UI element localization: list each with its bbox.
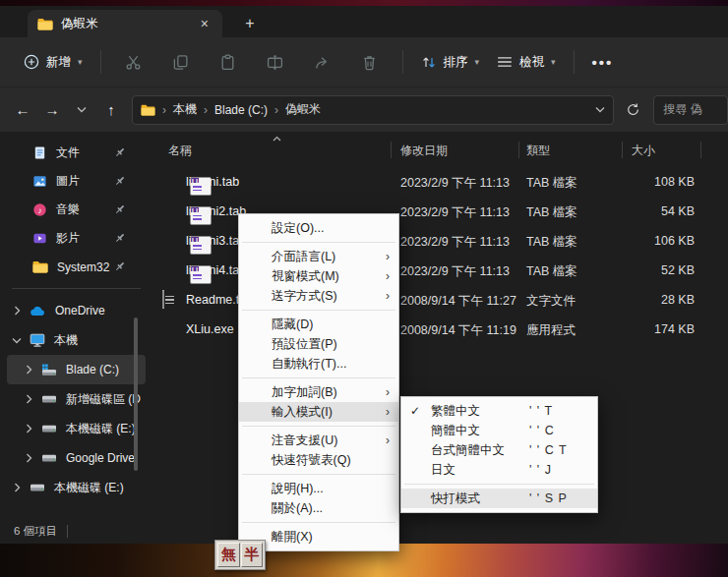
address-dropdown-icon[interactable] (595, 106, 605, 113)
menu-separator (242, 474, 395, 475)
file-type: TAB 檔案 (526, 175, 577, 192)
menu-item-hide[interactable]: 隱藏(D) (239, 315, 398, 334)
recent-locations-button[interactable] (71, 99, 92, 121)
ime-mode-button-none[interactable]: 無 (217, 543, 240, 567)
menu-item-zhuyin-support[interactable]: 注音支援(U) › (239, 431, 398, 450)
more-options-button[interactable]: ••• (592, 54, 614, 71)
column-header-name[interactable]: 名稱 (168, 143, 192, 159)
search-input[interactable]: 搜尋 偽 (653, 95, 728, 125)
sidebar-item-label: 本機磁碟 (E:) (66, 421, 136, 437)
file-row[interactable]: liu-uni.tab 2023/2/9 下午 11:13 TAB 檔案 108… (152, 168, 728, 198)
menu-item-label: 預設位置(P) (272, 336, 337, 353)
new-button[interactable]: 新增 ▾ (24, 54, 83, 71)
file-size: 52 KB (600, 263, 695, 277)
sidebar-scrollbar[interactable] (134, 317, 138, 471)
search-text: 搜尋 偽 (663, 101, 701, 118)
submenu-item-simplified-chinese[interactable]: 簡體中文 ' ' C (401, 421, 597, 440)
sidebar-item-label: 本機 (54, 332, 78, 349)
menu-item-quick-symbols[interactable]: 快速符號表(Q) (239, 450, 398, 470)
crumb-this-pc[interactable]: 本機 (173, 101, 197, 118)
sidebar-item-documents[interactable]: 文件 (0, 139, 152, 167)
new-tab-button[interactable]: + (238, 13, 262, 34)
view-button[interactable]: 檢視 ▾ (497, 54, 556, 71)
delete-button[interactable] (355, 54, 385, 71)
column-divider[interactable] (622, 142, 623, 158)
column-header-type[interactable]: 類型 (526, 143, 550, 159)
chevron-right-icon (24, 365, 33, 375)
submenu-item-quick-type-mode[interactable]: 快打模式 ' ' S P (401, 489, 597, 508)
menu-item-about[interactable]: 關於(A)... (239, 498, 398, 518)
sidebar-item-new-volume-d[interactable]: 新增磁碟區 (D (0, 384, 152, 414)
refresh-button[interactable] (620, 102, 645, 117)
column-divider[interactable] (391, 142, 392, 158)
sidebar-item-system32[interactable]: System32 (0, 253, 152, 281)
navigation-pane: 文件 圖片 ♪ (0, 133, 152, 518)
sidebar-item-videos[interactable]: 影片 (0, 224, 152, 253)
sidebar-item-onedrive[interactable]: OneDrive (0, 296, 152, 325)
explorer-tab[interactable]: 偽蝦米 × (28, 10, 222, 37)
menu-item-help[interactable]: 說明(H)... (239, 479, 398, 498)
menu-item-interface-language[interactable]: 介面語言(L) › (239, 247, 398, 266)
crumb-separator: › (204, 103, 208, 117)
cut-button[interactable] (119, 54, 149, 71)
back-button[interactable]: ← (12, 99, 33, 121)
menu-item-label: 說明(H)... (272, 481, 324, 497)
file-type: 應用程式 (526, 322, 576, 339)
check-icon: ✓ (410, 404, 431, 418)
up-button[interactable]: ↑ (100, 99, 122, 121)
chevron-right-icon (12, 483, 22, 492)
copy-button[interactable] (166, 54, 196, 71)
sidebar-item-local-disk-e-2[interactable]: 本機磁碟 (E:) (0, 473, 152, 502)
menu-item-send-char-mode[interactable]: 送字方式(S) › (239, 286, 398, 306)
pin-icon (114, 203, 126, 215)
toolbar-divider (402, 50, 403, 74)
ime-halfwidth-button[interactable]: 半 (241, 543, 264, 567)
forward-button[interactable]: → (41, 99, 63, 121)
windows-drive-icon (41, 364, 57, 376)
sort-button[interactable]: 排序 ▾ (421, 54, 480, 71)
menu-separator (242, 426, 395, 427)
tab-file-icon (162, 202, 184, 221)
menu-item-settings[interactable]: 設定(O)... (239, 218, 398, 238)
paste-button[interactable] (213, 54, 243, 71)
column-header-modified[interactable]: 修改日期 (400, 143, 448, 159)
menu-item-label: 隱藏(D) (272, 317, 313, 333)
file-name: liu-uni4.tab (186, 263, 246, 277)
ime-status-panel: 無 半 (214, 540, 266, 570)
sidebar-item-pictures[interactable]: 圖片 (0, 167, 152, 196)
column-divider[interactable] (518, 142, 519, 158)
breadcrumb[interactable]: › 本機 › Blade (C:) › 偽蝦米 (132, 95, 614, 125)
submenu-item-traditional-chinese[interactable]: ✓ 繁體中文 ' ' T (401, 401, 597, 421)
submenu-item-taiwan-simplified[interactable]: 台式簡體中文 ' ' C T (401, 440, 597, 460)
submenu-item-japanese[interactable]: 日文 ' ' J (401, 460, 597, 480)
sidebar-item-music[interactable]: ♪ 音樂 (0, 196, 152, 224)
menu-item-add-words[interactable]: 加字加詞(B) › (239, 382, 398, 402)
sidebar-item-blade-c[interactable]: Blade (C:) (7, 355, 146, 384)
sidebar-item-google-drive[interactable]: Google Drive (0, 443, 152, 473)
file-name: liu-uni.tab (186, 175, 239, 189)
tab-close-icon[interactable]: × (197, 17, 212, 30)
sidebar-item-local-disk-e[interactable]: 本機磁碟 (E:) (0, 414, 152, 443)
menu-item-input-mode[interactable]: 輸入模式(I) › (239, 402, 398, 422)
sidebar-item-this-pc[interactable]: 本機 (0, 325, 152, 355)
column-header-size[interactable]: 大小 (632, 143, 655, 159)
rename-button[interactable] (261, 54, 290, 71)
crumb-drive-c[interactable]: Blade (C:) (214, 103, 268, 117)
submenu-item-label: 日文 (431, 462, 529, 479)
column-divider[interactable] (700, 142, 701, 158)
drive-icon (41, 453, 57, 463)
crumb-current-folder[interactable]: 偽蝦米 (285, 101, 321, 118)
menu-item-label: 注音支援(U) (272, 433, 337, 449)
menu-item-default-position[interactable]: 預設位置(P) (239, 334, 398, 354)
share-button[interactable] (308, 54, 337, 71)
file-name: liu-uni2.tab (186, 204, 246, 218)
menu-item-auto-run[interactable]: 自動執行(T)... (239, 354, 398, 374)
file-size: 108 KB (600, 175, 695, 189)
file-type: TAB 檔案 (526, 263, 577, 280)
items-count: 6 個項目 (14, 524, 57, 539)
ime-context-menu: 設定(O)... 介面語言(L) › 視窗模式(M) › 送字方式(S) › 隱… (238, 213, 399, 551)
chevron-right-icon (24, 453, 33, 463)
menu-item-window-mode[interactable]: 視窗模式(M) › (239, 266, 398, 286)
menu-item-label: 離開(X) (272, 529, 313, 546)
sidebar-item-label: 影片 (56, 230, 80, 247)
